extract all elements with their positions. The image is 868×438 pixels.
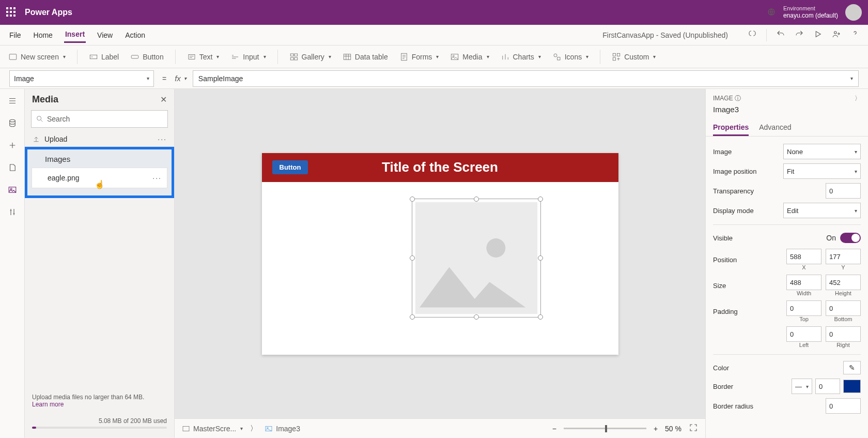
prop-size-width[interactable]: 488 xyxy=(786,275,822,290)
prop-display-mode-select[interactable]: Edit▾ xyxy=(783,203,861,218)
ribbon-data-table[interactable]: Data table xyxy=(343,52,388,62)
expand-icon[interactable]: 〉 xyxy=(855,94,861,103)
ribbon-forms[interactable]: Forms▾ xyxy=(399,52,439,62)
prop-padding-top[interactable]: 0 xyxy=(786,300,822,316)
play-icon[interactable] xyxy=(813,29,823,40)
resize-handle[interactable] xyxy=(538,255,543,261)
svg-rect-15 xyxy=(557,57,560,59)
formula-input[interactable]: SampleImage▾ xyxy=(193,70,859,87)
tools-icon[interactable] xyxy=(8,207,17,218)
environment-icon[interactable] xyxy=(767,7,776,18)
prop-image-select[interactable]: None▾ xyxy=(783,144,861,159)
border-width-input[interactable]: 0 xyxy=(815,379,840,394)
item-more-icon[interactable]: ··· xyxy=(152,174,162,182)
upload-button[interactable]: Upload xyxy=(32,135,67,143)
redo-icon[interactable] xyxy=(795,29,804,40)
control-type-label: IMAGE xyxy=(713,95,733,102)
image-control[interactable] xyxy=(412,199,541,318)
ribbon-custom[interactable]: Custom▾ xyxy=(612,52,656,62)
menu-file[interactable]: File xyxy=(8,28,22,42)
undo-icon[interactable] xyxy=(776,29,785,40)
tree-view-icon[interactable] xyxy=(8,96,17,107)
upload-hint: Upload media files no larger than 64 MB. xyxy=(32,394,167,401)
prop-position-y[interactable]: 177 xyxy=(826,249,861,264)
canvas-button[interactable]: Button xyxy=(272,160,308,174)
resize-handle[interactable] xyxy=(410,197,415,202)
resize-handle[interactable] xyxy=(474,197,479,202)
help-icon[interactable] xyxy=(850,29,860,40)
fit-screen-icon[interactable] xyxy=(689,423,698,434)
zoom-out-icon[interactable]: − xyxy=(552,425,556,433)
storage-bar xyxy=(32,427,167,429)
learn-more-link[interactable]: Learn more xyxy=(32,401,167,408)
storage-usage: 5.08 MB of 200 MB used xyxy=(32,417,167,425)
zoom-slider[interactable] xyxy=(564,428,646,429)
prop-padding-right[interactable]: 0 xyxy=(826,326,861,342)
menu-view[interactable]: View xyxy=(96,28,114,42)
menu-insert[interactable]: Insert xyxy=(64,27,86,43)
prop-image-position-select[interactable]: Fit▾ xyxy=(783,163,861,179)
resize-handle[interactable] xyxy=(538,197,543,202)
app-name: Power Apps xyxy=(25,8,72,17)
media-rail-icon[interactable] xyxy=(8,185,17,196)
breadcrumb-control[interactable]: Image3 xyxy=(265,425,300,433)
app-launcher-icon[interactable] xyxy=(6,7,17,18)
border-style-select[interactable]: —▾ xyxy=(792,379,812,394)
prop-padding-bottom[interactable]: 0 xyxy=(826,300,861,316)
prop-size-height[interactable]: 452 xyxy=(826,275,861,290)
cursor-pointer-icon: ☝ xyxy=(95,179,105,189)
prop-padding-left[interactable]: 0 xyxy=(786,326,822,342)
svg-rect-9 xyxy=(294,57,297,60)
fx-icon[interactable]: fx▾ xyxy=(175,74,187,83)
image-placeholder-icon xyxy=(415,202,537,314)
ribbon-text[interactable]: Text▾ xyxy=(187,52,220,62)
user-avatar[interactable] xyxy=(845,4,862,21)
visible-toggle[interactable] xyxy=(840,233,861,243)
share-icon[interactable] xyxy=(832,29,841,40)
menu-action[interactable]: Action xyxy=(124,28,146,42)
data-icon[interactable] xyxy=(8,118,17,129)
svg-point-26 xyxy=(267,427,269,429)
ribbon-icons[interactable]: Icons▾ xyxy=(552,52,588,62)
ribbon-new-screen[interactable]: New screen▾ xyxy=(8,52,66,62)
svg-rect-2 xyxy=(9,54,17,59)
more-icon[interactable]: ··· xyxy=(158,135,167,143)
tab-properties[interactable]: Properties xyxy=(713,120,749,136)
canvas-header: Button Title of the Screen xyxy=(262,153,618,182)
canvas-title: Title of the Screen xyxy=(382,159,498,175)
collections-icon[interactable] xyxy=(8,163,17,174)
resize-handle[interactable] xyxy=(474,314,479,320)
breadcrumb-screen[interactable]: MasterScre...▾ xyxy=(182,425,243,433)
app-checker-icon[interactable] xyxy=(748,29,757,40)
resize-handle[interactable] xyxy=(410,314,415,320)
svg-point-22 xyxy=(37,116,41,120)
color-picker[interactable]: ✎ xyxy=(843,361,861,374)
property-selector[interactable]: Image▾ xyxy=(9,70,154,87)
ribbon-media[interactable]: Media▾ xyxy=(450,52,489,62)
zoom-in-icon[interactable]: + xyxy=(654,425,658,433)
images-section-label: Images xyxy=(32,155,167,168)
canvas[interactable]: Button Title of the Screen xyxy=(262,153,618,355)
prop-position-x[interactable]: 588 xyxy=(786,249,822,264)
svg-point-19 xyxy=(9,119,15,122)
ribbon-button[interactable]: Button xyxy=(130,52,163,62)
media-search-input[interactable]: Search xyxy=(31,110,168,128)
info-icon[interactable]: ⓘ xyxy=(735,95,741,102)
canvas-area: Button Title of the Screen xyxy=(175,89,705,438)
tab-advanced[interactable]: Advanced xyxy=(759,120,791,136)
environment-block[interactable]: Environment enayu.com (default) xyxy=(783,5,838,20)
ribbon-input[interactable]: Input▾ xyxy=(230,52,266,62)
prop-transparency-input[interactable]: 0 xyxy=(826,183,861,199)
menu-home[interactable]: Home xyxy=(33,28,54,42)
ribbon-gallery[interactable]: Gallery▾ xyxy=(289,52,331,62)
resize-handle[interactable] xyxy=(538,314,543,320)
ribbon-charts[interactable]: Charts▾ xyxy=(501,52,541,62)
ribbon-label[interactable]: Label xyxy=(89,52,119,62)
close-icon[interactable]: ✕ xyxy=(160,95,167,104)
insert-icon[interactable] xyxy=(8,141,17,152)
resize-handle[interactable] xyxy=(410,255,415,261)
app-header: Power Apps Environment enayu.com (defaul… xyxy=(0,0,868,25)
border-color-picker[interactable] xyxy=(843,380,861,393)
svg-rect-6 xyxy=(290,54,293,56)
border-radius-input[interactable]: 0 xyxy=(826,398,861,414)
